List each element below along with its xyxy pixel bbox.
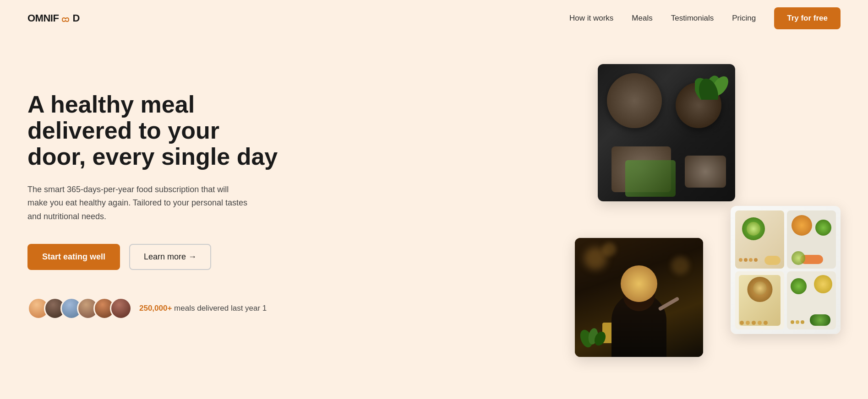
- logo-text-before: OMNIF: [27, 12, 59, 24]
- logo[interactable]: OMNIF D: [27, 12, 80, 24]
- logo-infinity-icon: [59, 15, 72, 22]
- meal-box-3: [735, 271, 784, 329]
- hero-buttons: Start eating well Learn more →: [27, 244, 284, 270]
- meal-grid: [731, 206, 841, 334]
- learn-more-button[interactable]: Learn more →: [129, 244, 211, 270]
- nav-pricing[interactable]: Pricing: [732, 14, 756, 22]
- hero-content: A healthy meal delivered to your door, e…: [27, 64, 284, 319]
- logo-text-after: D: [72, 12, 79, 24]
- food-image-top: [598, 64, 735, 201]
- delivered-text: 250,000+ meals delivered last year 1: [139, 304, 267, 313]
- meal-box-1: [735, 210, 784, 269]
- nav-meals[interactable]: Meals: [632, 14, 652, 22]
- food-art-woman: [575, 238, 703, 357]
- food-image-woman: [575, 238, 703, 357]
- hero-images: [575, 64, 841, 361]
- avatar-stack: [27, 297, 132, 319]
- food-image-meals: [731, 206, 841, 334]
- hero-section: A healthy meal delivered to your door, e…: [0, 37, 868, 399]
- delivered-label: meals delivered last year 1: [172, 304, 267, 313]
- meal-box-4: [787, 271, 836, 329]
- try-for-free-button[interactable]: Try for free: [774, 7, 841, 29]
- nav-how-it-works[interactable]: How it works: [569, 14, 613, 22]
- hero-title: A healthy meal delivered to your door, e…: [27, 92, 284, 170]
- navbar: OMNIF D How it works Meals Testimonials …: [0, 0, 868, 37]
- start-eating-well-button[interactable]: Start eating well: [27, 244, 120, 270]
- delivered-count: 250,000+: [139, 304, 172, 313]
- nav-links: How it works Meals Testimonials Pricing …: [569, 7, 841, 29]
- delivered-stats: 250,000+ meals delivered last year 1: [27, 297, 284, 319]
- nav-testimonials[interactable]: Testimonials: [671, 14, 714, 22]
- food-art-top: [598, 64, 735, 201]
- hero-subtitle: The smart 365-days-per-year food subscri…: [27, 183, 247, 224]
- avatar: [110, 297, 132, 319]
- meal-box-2: [787, 210, 836, 269]
